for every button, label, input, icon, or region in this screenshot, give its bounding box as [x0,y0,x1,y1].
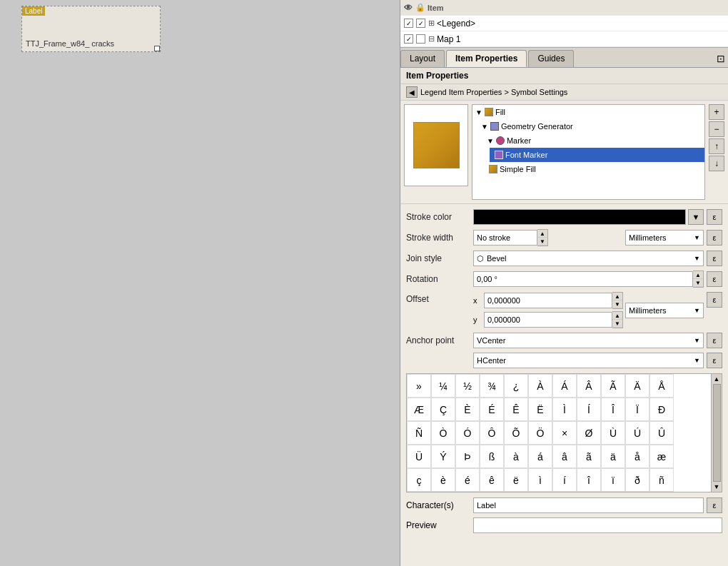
offset-unit-dropdown[interactable]: Millimeters ▼ [625,303,704,318]
anchor-vcenter-dropdown[interactable]: VCenter ▼ [473,333,704,348]
anchor-hcenter-dropdown[interactable]: HCenter ▼ [473,353,704,368]
item-lock-checkbox[interactable] [416,34,425,44]
tree-node-fill[interactable]: ▼ Fill [472,105,704,119]
char-cell[interactable]: ä [601,445,625,468]
char-cell[interactable]: Ä [625,374,649,398]
offset-expression-button[interactable]: ε [707,292,722,308]
char-cell[interactable]: â [552,445,577,468]
offset-x-input[interactable] [484,293,612,308]
stroke-width-up[interactable]: ▲ [537,230,547,238]
char-cell[interactable]: ã [577,445,601,468]
char-cell[interactable]: ½ [455,374,480,398]
stroke-width-down[interactable]: ▼ [537,238,547,246]
char-cell[interactable]: à [504,445,528,468]
char-cell[interactable]: æ [649,445,674,468]
char-cell[interactable]: Í [577,398,601,421]
char-cell[interactable]: ç [407,468,431,492]
char-cell[interactable]: î [577,468,601,492]
char-cell[interactable]: Ë [528,398,552,421]
char-cell[interactable]: Ó [455,421,480,445]
rotation-expression-button[interactable]: ε [707,271,722,287]
join-style-expression-button[interactable]: ε [707,251,722,266]
char-cell[interactable]: » [407,374,431,398]
char-cell[interactable]: å [625,445,649,468]
characters-expression-button[interactable]: ε [707,497,722,513]
expand-arrow[interactable]: ▼ [475,108,482,116]
stroke-width-unit-dropdown[interactable]: Millimeters ▼ [625,230,704,246]
scroll-thumb[interactable] [713,384,721,482]
char-cell[interactable]: Ï [625,398,649,421]
char-cell[interactable]: À [528,374,552,398]
char-cell[interactable]: ¿ [504,374,528,398]
join-style-dropdown[interactable]: ⬡ Bevel ▼ [473,251,704,266]
char-cell[interactable]: Ù [601,421,625,445]
item-visibility-checkbox[interactable] [404,34,413,44]
offset-x-down[interactable]: ▼ [612,300,622,308]
characters-input[interactable] [473,497,704,513]
offset-y-down[interactable]: ▼ [612,320,622,328]
char-cell[interactable]: Ç [431,398,455,421]
char-cell[interactable]: É [480,398,504,421]
item-visibility-checkbox[interactable] [404,19,413,28]
char-cell[interactable]: ß [480,445,504,468]
char-cell[interactable]: Ì [552,398,577,421]
tree-node-simple-fill[interactable]: Simple Fill [484,162,704,176]
symbol-tree[interactable]: ▼ Fill ▼ Geometry Generator ▼ Marker Fon… [472,104,705,200]
anchor-hcenter-expression-button[interactable]: ε [707,353,722,368]
char-cell[interactable]: Ý [431,445,455,468]
char-cell[interactable]: ï [601,468,625,492]
char-cell[interactable]: é [455,468,480,492]
offset-y-up[interactable]: ▲ [612,312,622,320]
move-up-button[interactable]: ↑ [709,138,724,154]
char-cell[interactable]: Â [577,374,601,398]
char-cell[interactable]: Ò [431,421,455,445]
char-cell[interactable]: ê [480,468,504,492]
char-cell[interactable]: Ô [480,421,504,445]
tab-item-properties[interactable]: Item Properties [446,50,527,67]
char-cell[interactable]: Õ [504,421,528,445]
char-cell[interactable]: ¾ [480,374,504,398]
char-cell[interactable]: ð [625,468,649,492]
stroke-width-expression-button[interactable]: ε [707,230,722,246]
item-lock-checkbox[interactable] [416,19,425,28]
char-cell[interactable]: Æ [407,398,431,421]
anchor-vcenter-expression-button[interactable]: ε [707,333,722,348]
offset-y-input[interactable] [484,312,612,328]
char-cell[interactable]: Ã [601,374,625,398]
char-cell[interactable]: Á [552,374,577,398]
list-item[interactable]: ⊟ Map 1 [400,31,728,47]
tab-guides[interactable]: Guides [528,50,574,67]
expand-arrow[interactable]: ▼ [481,123,488,131]
rotation-up[interactable]: ▲ [693,271,703,279]
rotation-down[interactable]: ▼ [693,279,703,287]
char-cell[interactable]: ñ [649,468,674,492]
frame-resize-handle[interactable] [154,46,160,51]
tree-node-font-marker[interactable]: Font Marker [490,148,704,162]
label-frame[interactable]: Label TTJ_Frame_w84_ cracks [21,6,161,52]
char-cell[interactable]: Ú [625,421,649,445]
scroll-down-arrow[interactable]: ▼ [714,483,720,490]
stroke-color-expression-button[interactable]: ε [707,209,722,225]
move-down-button[interactable]: ↓ [709,156,724,171]
char-cell[interactable]: Û [649,421,674,445]
tree-node-geometry-generator[interactable]: ▼ Geometry Generator [478,119,704,133]
char-cell[interactable]: × [552,421,577,445]
stroke-color-expr-btn[interactable]: ▼ [688,209,704,225]
char-cell[interactable]: Î [601,398,625,421]
char-cell[interactable]: Þ [455,445,480,468]
stroke-width-input[interactable] [473,230,537,246]
tree-node-marker[interactable]: ▼ Marker [484,133,704,148]
char-cell[interactable]: á [528,445,552,468]
back-button[interactable]: ◀ [406,86,418,98]
rotation-input[interactable] [473,271,693,287]
char-cell[interactable]: ¼ [431,374,455,398]
list-item[interactable]: ⊞ <Legend> [400,16,728,31]
offset-x-up[interactable]: ▲ [612,293,622,300]
stroke-color-input[interactable] [473,209,686,225]
char-cell[interactable]: Å [649,374,674,398]
expand-arrow[interactable]: ▼ [487,137,494,145]
char-cell[interactable]: Ð [649,398,674,421]
scroll-up-arrow[interactable]: ▲ [714,375,720,383]
char-cell[interactable]: Ø [577,421,601,445]
add-layer-button[interactable]: + [709,104,724,120]
